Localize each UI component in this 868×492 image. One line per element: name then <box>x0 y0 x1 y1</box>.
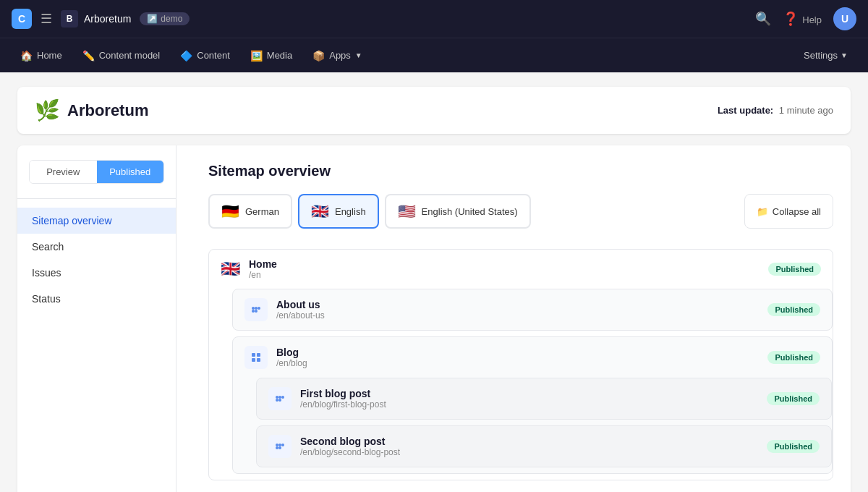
topbar-right: 🔍 ❓ Help U <box>755 7 856 30</box>
settings-button[interactable]: Settings ▼ <box>795 46 856 65</box>
brand-name[interactable]: Arboretum <box>84 13 131 25</box>
last-update: Last update: 1 minute ago <box>718 105 833 116</box>
app-title: 🌿 Arboretum <box>35 98 148 122</box>
home-info: Home /en <box>249 258 760 280</box>
subnav-item-content[interactable]: 🔷 Content <box>171 46 239 66</box>
subnav-label-media: Media <box>267 50 292 61</box>
tree-item-home-row[interactable]: 🇬🇧 Home /en Published <box>209 250 833 289</box>
blog-icon <box>244 346 268 369</box>
home-status: Published <box>768 263 821 276</box>
settings-label: Settings <box>804 50 838 61</box>
first-blog-info: First blog post /en/blog/first-blog-post <box>300 388 758 410</box>
content-icon: 🔷 <box>180 50 192 62</box>
blog-info: Blog /en/blog <box>276 347 759 368</box>
svg-point-10 <box>276 396 278 399</box>
sidebar-item-issues[interactable]: Issues <box>17 260 176 286</box>
env-icon: ↗️ <box>147 14 158 24</box>
about-us-info: About us /en/about-us <box>276 299 759 321</box>
main-panel: Sitemap overview 🇩🇪 German 🇬🇧 English 🇺🇸… <box>191 145 851 492</box>
lang-tab-english-us[interactable]: 🇺🇸 English (United States) <box>385 194 531 229</box>
blog-path: /en/blog <box>276 358 759 368</box>
svg-rect-6 <box>257 353 260 357</box>
subnav-item-media[interactable]: 🖼️ Media <box>242 46 301 66</box>
subnav-item-content-model[interactable]: ✏️ Content model <box>74 46 169 66</box>
svg-point-12 <box>278 399 281 402</box>
subnav-label-content-model: Content model <box>99 50 161 61</box>
home-icon: 🏠 <box>20 50 33 62</box>
sitemap-tree: 🇬🇧 Home /en Published <box>208 249 833 480</box>
blog-row[interactable]: Blog /en/blog Published <box>233 337 832 378</box>
svg-point-9 <box>278 396 281 399</box>
about-us-status: Published <box>767 303 820 316</box>
sidebar: Preview Published Sitemap overview Searc… <box>17 145 176 492</box>
env-label: demo <box>161 14 182 24</box>
second-blog-status: Published <box>767 440 820 453</box>
second-blog-icon <box>268 435 292 458</box>
about-us-row[interactable]: About us /en/about-us Published <box>233 289 832 330</box>
app-title-icon: 🌿 <box>35 98 60 122</box>
home-path: /en <box>249 270 760 280</box>
published-toggle[interactable]: Published <box>97 161 164 183</box>
svg-point-4 <box>252 310 255 313</box>
sidebar-item-status[interactable]: Status <box>17 286 176 312</box>
about-us-path: /en/about-us <box>276 310 759 321</box>
brand-icon: B <box>61 10 78 27</box>
second-blog-name: Second blog post <box>300 436 758 447</box>
logo-letter: C <box>18 13 25 25</box>
tree-item-second-blog: Second blog post /en/blog/second-blog-po… <box>256 425 832 467</box>
blog-children: First blog post /en/blog/first-blog-post… <box>233 378 832 473</box>
svg-point-3 <box>255 310 258 313</box>
second-blog-row[interactable]: Second blog post /en/blog/second-blog-po… <box>257 426 831 467</box>
settings-dropdown-icon: ▼ <box>841 51 848 59</box>
subnav-right: Settings ▼ <box>795 46 856 65</box>
blog-name: Blog <box>276 347 759 358</box>
apps-icon: 📦 <box>312 50 325 62</box>
home-children: About us /en/about-us Published <box>209 289 833 480</box>
media-icon: 🖼️ <box>250 50 263 62</box>
first-blog-status: Published <box>767 392 820 405</box>
svg-rect-5 <box>252 353 255 357</box>
svg-point-18 <box>276 446 278 449</box>
app-title-text: Arboretum <box>67 101 148 120</box>
first-blog-row[interactable]: First blog post /en/blog/first-blog-post… <box>257 378 831 419</box>
subnav-label-content: Content <box>197 50 230 61</box>
sidebar-item-search[interactable]: Search <box>17 234 176 260</box>
avatar[interactable]: U <box>833 7 856 30</box>
english-label: English <box>335 206 366 217</box>
collapse-label: Collapse all <box>773 206 821 217</box>
logo[interactable]: C <box>12 9 32 29</box>
help-button[interactable]: ❓ Help <box>783 11 822 27</box>
collapse-icon: 📁 <box>757 206 768 217</box>
svg-rect-8 <box>257 358 260 362</box>
lang-tab-english[interactable]: 🇬🇧 English <box>298 194 379 229</box>
german-flag-icon: 🇩🇪 <box>221 203 239 220</box>
blog-status: Published <box>767 351 820 364</box>
subnav-item-home[interactable]: 🏠 Home <box>12 46 71 66</box>
second-blog-path: /en/blog/second-blog-post <box>300 447 758 457</box>
sitemap-title: Sitemap overview <box>208 163 833 179</box>
view-toggle: Preview Published <box>29 160 164 184</box>
hamburger-icon[interactable]: ☰ <box>41 11 52 27</box>
subnav: 🏠 Home ✏️ Content model 🔷 Content 🖼️ Med… <box>0 38 868 72</box>
subnav-item-apps[interactable]: 📦 Apps ▼ <box>304 46 371 66</box>
help-icon: ❓ <box>783 12 799 26</box>
lang-tabs: 🇩🇪 German 🇬🇧 English 🇺🇸 English (United … <box>208 194 833 229</box>
tree-item-first-blog: First blog post /en/blog/first-blog-post… <box>256 378 832 420</box>
first-blog-path: /en/blog/first-blog-post <box>300 399 758 410</box>
content-model-icon: ✏️ <box>82 50 95 62</box>
lang-tab-german[interactable]: 🇩🇪 German <box>208 194 292 229</box>
env-badge[interactable]: ↗️ demo <box>140 12 190 25</box>
search-button[interactable]: 🔍 <box>755 11 771 27</box>
apps-dropdown-icon: ▼ <box>355 51 362 59</box>
collapse-all-button[interactable]: 📁 Collapse all <box>744 194 833 229</box>
svg-point-14 <box>278 444 281 446</box>
about-us-name: About us <box>276 299 759 310</box>
sidebar-item-sitemap-overview[interactable]: Sitemap overview <box>17 208 176 234</box>
preview-toggle[interactable]: Preview <box>30 161 97 183</box>
first-blog-name: First blog post <box>300 388 758 399</box>
sidebar-divider <box>17 198 176 199</box>
home-name: Home <box>249 258 760 270</box>
svg-point-17 <box>278 446 281 449</box>
brand-area: B Arboretum <box>61 10 131 27</box>
english-us-flag-icon: 🇺🇸 <box>398 203 416 220</box>
